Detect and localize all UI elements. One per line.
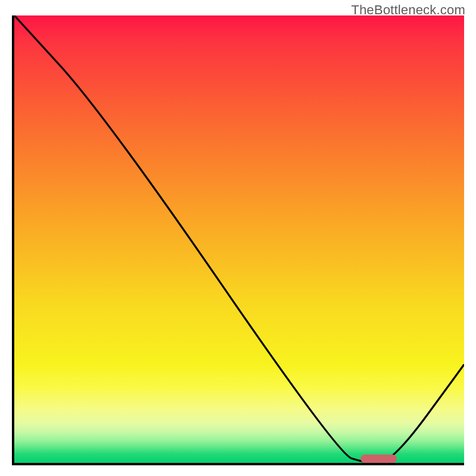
axis-frame <box>12 15 464 465</box>
